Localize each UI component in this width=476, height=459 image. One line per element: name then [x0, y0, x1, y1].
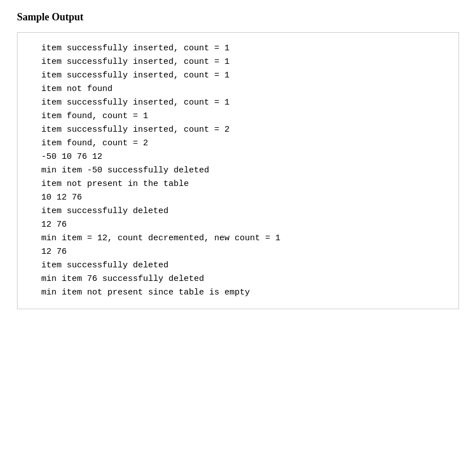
output-line: 12 76 [31, 245, 445, 259]
output-line: 12 76 [31, 218, 445, 232]
output-line: item successfully inserted, count = 1 [31, 69, 445, 83]
output-box: item successfully inserted, count = 1 it… [17, 32, 459, 309]
output-line: -50 10 76 12 [31, 150, 445, 164]
output-line: item not found [31, 83, 445, 96]
output-line: item successfully deleted [31, 259, 445, 272]
output-line: item successfully inserted, count = 1 [31, 55, 445, 69]
output-line: min item = 12, count decremented, new co… [31, 232, 445, 245]
section-title: Sample Output [17, 11, 459, 23]
output-line: min item 76 successfully deleted [31, 272, 445, 286]
output-line: item successfully inserted, count = 1 [31, 42, 445, 55]
output-line: item found, count = 1 [31, 110, 445, 123]
output-line: item successfully inserted, count = 2 [31, 123, 445, 137]
output-line: 10 12 76 [31, 191, 445, 205]
output-line: min item not present since table is empt… [31, 286, 445, 300]
output-line: item successfully inserted, count = 1 [31, 96, 445, 110]
output-line: item successfully deleted [31, 205, 445, 218]
output-line: item not present in the table [31, 177, 445, 191]
output-line: min item -50 successfully deleted [31, 164, 445, 177]
output-line: item found, count = 2 [31, 137, 445, 150]
